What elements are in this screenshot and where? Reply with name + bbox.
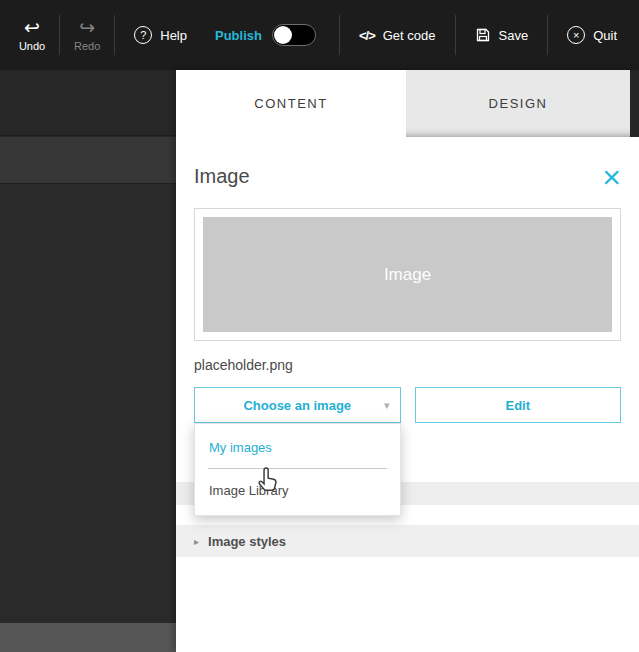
choose-image-dropdown: My images Image Library <box>194 423 401 516</box>
dropdown-item-image-library[interactable]: Image Library <box>195 469 400 515</box>
undo-label: Undo <box>19 40 45 52</box>
redo-label: Redo <box>74 40 100 52</box>
help-button[interactable]: ? Help <box>122 26 199 44</box>
toolbar-divider <box>59 15 60 55</box>
toolbar-divider <box>339 15 340 55</box>
tab-design-label: DESIGN <box>489 96 548 111</box>
editor-canvas[interactable] <box>0 70 176 652</box>
image-preview-frame: Image <box>194 208 621 341</box>
redo-button[interactable]: ↪ Redo <box>67 18 107 52</box>
tabs-dark-edge <box>630 70 639 137</box>
chevron-right-icon: ▸ <box>194 536 199 547</box>
choose-image-label: Choose an image <box>243 398 351 413</box>
image-placeholder-label: Image <box>384 265 431 285</box>
help-icon: ? <box>134 26 152 44</box>
top-toolbar: ↩ Undo ↪ Redo ? Help Publish </> Get cod… <box>0 0 639 70</box>
toolbar-divider <box>114 15 115 55</box>
image-placeholder[interactable]: Image <box>203 217 612 332</box>
canvas-band-bottom <box>0 623 176 652</box>
save-icon <box>475 27 491 43</box>
canvas-band-top <box>0 70 176 136</box>
publish-toggle[interactable] <box>272 24 316 46</box>
chevron-down-icon: ▾ <box>384 399 390 412</box>
tab-design[interactable]: DESIGN <box>406 70 630 137</box>
quit-icon: × <box>567 26 585 44</box>
canvas-band-row <box>0 137 176 184</box>
panel-title-row: Image × <box>176 137 639 188</box>
toggle-knob <box>274 26 292 44</box>
publish-label: Publish <box>215 28 262 43</box>
save-button[interactable]: Save <box>463 27 541 43</box>
panel-body: Image × Image placeholder.png Choose an … <box>176 137 639 557</box>
save-label: Save <box>499 28 529 43</box>
image-styles-label: Image styles <box>208 534 286 549</box>
toolbar-divider <box>455 15 456 55</box>
tab-content[interactable]: CONTENT <box>176 70 406 137</box>
redo-icon: ↪ <box>79 18 95 37</box>
publish-control: Publish <box>199 24 332 46</box>
edit-image-button[interactable]: Edit <box>415 387 622 423</box>
image-actions-row: Choose an image ▾ Edit My images Image L… <box>194 387 621 423</box>
edit-image-label: Edit <box>505 398 530 413</box>
get-code-label: Get code <box>383 28 436 43</box>
undo-icon: ↩ <box>24 18 40 37</box>
choose-image-button[interactable]: Choose an image ▾ <box>194 387 401 423</box>
undo-button[interactable]: ↩ Undo <box>12 18 52 52</box>
help-label: Help <box>160 28 187 43</box>
page-title: Image <box>194 165 250 188</box>
quit-label: Quit <box>593 28 617 43</box>
filename-label: placeholder.png <box>194 357 621 373</box>
settings-panel: CONTENT DESIGN Image × Image placeholder… <box>176 70 639 652</box>
tab-content-label: CONTENT <box>254 96 327 111</box>
code-icon: </> <box>359 28 375 43</box>
close-icon[interactable]: × <box>602 167 621 187</box>
image-styles-section[interactable]: ▸ Image styles <box>176 525 639 557</box>
dropdown-item-my-images[interactable]: My images <box>195 424 400 468</box>
toolbar-divider <box>547 15 548 55</box>
panel-tabs: CONTENT DESIGN <box>176 70 639 137</box>
quit-button[interactable]: × Quit <box>555 26 629 44</box>
get-code-button[interactable]: </> Get code <box>347 28 448 43</box>
